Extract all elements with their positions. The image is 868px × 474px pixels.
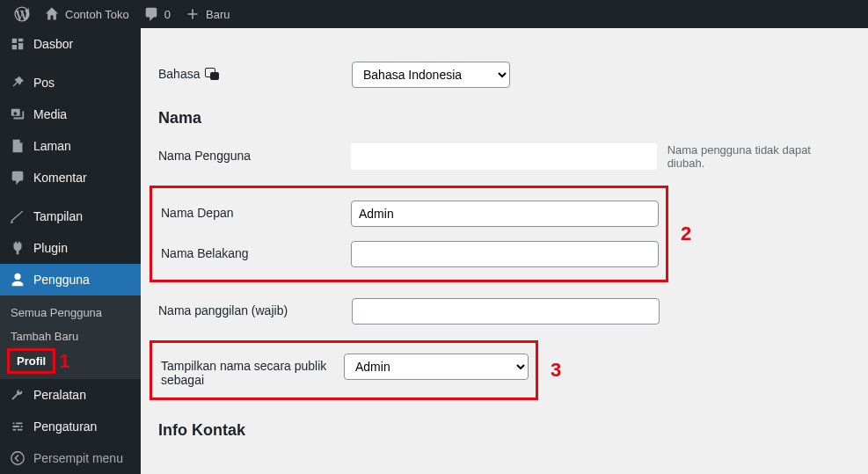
annotation-box-2: Nama Depan Nama Belakang (150, 186, 668, 282)
display-name-label: Tampilkan nama secara publik sebagai (161, 359, 344, 387)
wp-logo[interactable] (7, 0, 37, 28)
sidebar-submenu-pengguna: Semua Pengguna Tambah Baru Profil 1 (0, 295, 141, 379)
new-link[interactable]: Baru (178, 0, 237, 28)
sidebar-item-label: Pos (33, 76, 55, 90)
admin-sidebar: Dasbor Pos Media Laman Komentar Tampilan… (0, 28, 141, 474)
nickname-input[interactable] (352, 298, 660, 325)
display-name-select[interactable]: Admin (344, 354, 529, 380)
sidebar-item-pengaturan[interactable]: Pengaturan (0, 411, 141, 442)
comments-link[interactable]: 0 (136, 0, 178, 28)
annotation-number-2: 2 (681, 222, 691, 245)
sidebar-item-collapse[interactable]: Persempit menu (0, 442, 141, 474)
sidebar-item-laman[interactable]: Laman (0, 130, 141, 162)
media-icon (9, 106, 26, 123)
collapse-icon (9, 449, 26, 467)
lastname-label: Nama Belakang (161, 246, 249, 260)
new-label: Baru (206, 8, 230, 21)
dashboard-icon (9, 35, 26, 53)
username-note: Nama pengguna tidak dapat diubah. (667, 143, 850, 170)
language-select[interactable]: Bahasa Indonesia (352, 62, 510, 88)
comments-count: 0 (164, 8, 171, 21)
pin-icon (9, 74, 26, 91)
sidebar-item-label: Tampilan (33, 209, 83, 223)
sidebar-item-dasbor[interactable]: Dasbor (0, 28, 141, 60)
user-icon (9, 271, 26, 288)
annotation-number-3: 3 (551, 359, 561, 382)
home-icon (44, 6, 60, 22)
site-name-link[interactable]: Contoh Toko (37, 0, 136, 28)
sidebar-sub-semua-pengguna[interactable]: Semua Pengguna (0, 301, 141, 325)
wordpress-icon (14, 6, 30, 22)
sidebar-item-label: Pengaturan (33, 419, 97, 434)
annotation-box-1: Profil (7, 348, 55, 374)
comment-icon (143, 6, 159, 22)
firstname-input[interactable] (351, 201, 659, 227)
nickname-label: Nama panggilan (wajib) (158, 303, 288, 317)
language-label: Bahasa (158, 67, 200, 81)
settings-icon (9, 418, 26, 435)
plugin-icon (9, 239, 26, 257)
sidebar-item-plugin[interactable]: Plugin (0, 232, 141, 264)
sidebar-item-label: Pengguna (33, 273, 90, 287)
sidebar-item-label: Komentar (33, 171, 87, 185)
page-icon (9, 137, 26, 155)
firstname-label: Nama Depan (161, 206, 234, 220)
sidebar-item-komentar[interactable]: Komentar (0, 162, 141, 193)
sidebar-item-label: Persempit menu (33, 451, 123, 465)
sidebar-item-pengguna[interactable]: Pengguna (0, 264, 141, 295)
sidebar-item-media[interactable]: Media (0, 98, 141, 130)
appearance-icon (9, 208, 26, 225)
section-heading-kontak: Info Kontak (158, 421, 850, 440)
section-heading-nama: Nama (158, 109, 850, 128)
sidebar-item-label: Laman (33, 139, 71, 153)
annotation-number-1: 1 (59, 350, 69, 373)
comment-icon (9, 169, 26, 186)
sidebar-item-tampilan[interactable]: Tampilan (0, 201, 141, 232)
sidebar-item-label: Dasbor (33, 37, 73, 51)
sidebar-sub-tambah-baru[interactable]: Tambah Baru (0, 325, 141, 348)
username-field-disabled (351, 143, 657, 170)
site-name-label: Contoh Toko (65, 8, 129, 21)
lastname-input[interactable] (351, 241, 659, 267)
annotation-box-3: Tampilkan nama secara publik sebagai Adm… (150, 340, 538, 400)
translate-icon (205, 68, 219, 80)
sidebar-sub-profil[interactable]: Profil (11, 351, 51, 371)
sidebar-item-label: Plugin (33, 241, 68, 255)
main-content: Bahasa Bahasa Indonesia Nama Nama Penggu… (141, 28, 868, 474)
tools-icon (9, 386, 26, 404)
sidebar-item-pos[interactable]: Pos (0, 67, 141, 98)
sidebar-item-label: Peralatan (33, 388, 86, 402)
username-label: Nama Pengguna (158, 149, 251, 163)
plus-icon (185, 6, 201, 22)
sidebar-item-peralatan[interactable]: Peralatan (0, 379, 141, 411)
sidebar-item-label: Media (33, 107, 67, 121)
svg-point-0 (11, 452, 24, 464)
